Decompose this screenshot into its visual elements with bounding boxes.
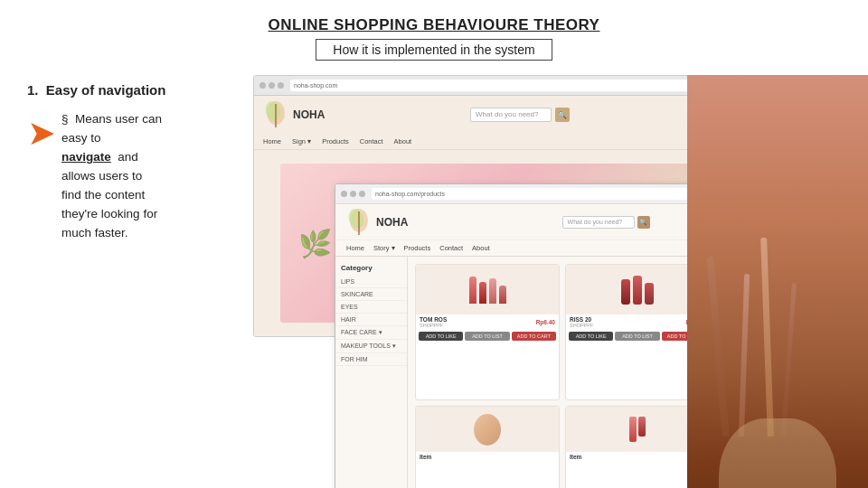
logo-leaf-icon [263,100,288,129]
product-img-4 [416,407,559,452]
bullet-section: ➤ § Means user can easy to navigate and … [27,110,244,242]
search-box-2[interactable]: What do you need? [562,216,635,229]
cat-lips[interactable]: LIPS [335,276,407,288]
product-btns-1: ADD TO LIKE ADD TO LIST ADD TO CART [416,330,559,343]
product-name-5: Item [570,454,581,460]
cat-eyes[interactable]: EYES [335,301,407,314]
search-area-2: What do you need? 🔍 [562,216,650,229]
main-title: ONLINE SHOPPING BEHAVIOURE THEORY [0,16,868,34]
product-brand-2: SHOPPPF [570,323,593,328]
browser-dot2-red [341,191,347,197]
btn-cart-1[interactable]: ADD TO LIST [465,332,509,341]
browser-dot2-yellow [350,191,356,197]
cat-makeup-tools[interactable]: MAKEUP TOOLS ▾ [335,340,407,353]
brush-jar [719,418,836,488]
right-image [687,75,868,488]
cat-hair[interactable]: HAIR [335,314,407,326]
section-heading: 1. Easy of navigation [27,82,244,98]
subtitle-box: How it is implemented in the system [316,39,552,61]
logo-leaf-icon-2 [346,208,372,237]
cat-forhim[interactable]: FOR HIM [335,353,407,366]
brush-stick-1 [706,256,729,436]
cat-skincare[interactable]: SKINCARE [335,288,407,301]
header: ONLINE SHOPPING BEHAVIOURE THEORY How it… [0,0,868,66]
product-brand-1: SHOPPPF [420,323,447,328]
brush-stick-4 [781,283,797,436]
left-panel: 1. Easy of navigation ➤ § Means user can… [0,75,253,488]
btn-cart-2[interactable]: ADD TO LIST [615,332,659,341]
product-price-row-4: Item [416,452,559,462]
product-price-1: Rp8.40 [536,319,555,325]
btn-wishlist-1[interactable]: ADD TO LIKE [419,332,463,341]
content-area: 1. Easy of navigation ➤ § Means user can… [0,75,868,488]
categories-title: Category [335,264,407,276]
search-button-2[interactable]: 🔍 [637,216,650,229]
brush-stick-2 [739,274,750,436]
cat-facecare[interactable]: FACE CARE ▾ [335,326,407,340]
logo-text-1: NOHA [293,108,325,121]
product-card-4: Item [415,406,560,488]
product-name-1: TOM ROS [420,316,447,323]
browser-url-1[interactable]: noha-shop.com [290,80,729,91]
product-price-row-1: TOM ROS SHOPPPF Rp8.40 [416,314,559,330]
product-name-4: Item [420,454,431,460]
browser-dot-red [259,82,266,89]
logo-area-1: NOHA [263,100,325,129]
logo-area-2: NOHA [346,208,408,237]
product-img-1 [416,265,559,314]
btn-wishlist-2[interactable]: ADD TO LIKE [569,332,613,341]
product-card-1: TOM ROS SHOPPPF Rp8.40 ADD TO LIKE [415,264,560,400]
search-area-1: What do you need? 🔍 [470,108,570,122]
browser-dot2-green [359,191,365,197]
btn-buy-1[interactable]: ADD TO CART [512,332,556,341]
arrow-icon: ➤ [27,116,56,150]
bullet-text: § Means user can easy to navigate and al… [61,110,162,242]
page: ONLINE SHOPPING BEHAVIOURE THEORY How it… [0,0,868,488]
product-name-2: RISS 20 [570,316,593,323]
brush-visual [687,75,868,488]
search-button-1[interactable]: 🔍 [555,108,570,122]
sidebar-categories: Category LIPS SKINCARE EYES HAIR FACE CA… [335,257,408,488]
brush-stick-3 [760,238,774,436]
search-box-1[interactable]: What do you need? [470,108,552,122]
logo-text-2: NOHA [376,216,408,229]
browser-dot-green [278,82,284,89]
banner-leaf-icon: 🌿 [298,228,332,259]
browser-dot-yellow [269,82,275,89]
